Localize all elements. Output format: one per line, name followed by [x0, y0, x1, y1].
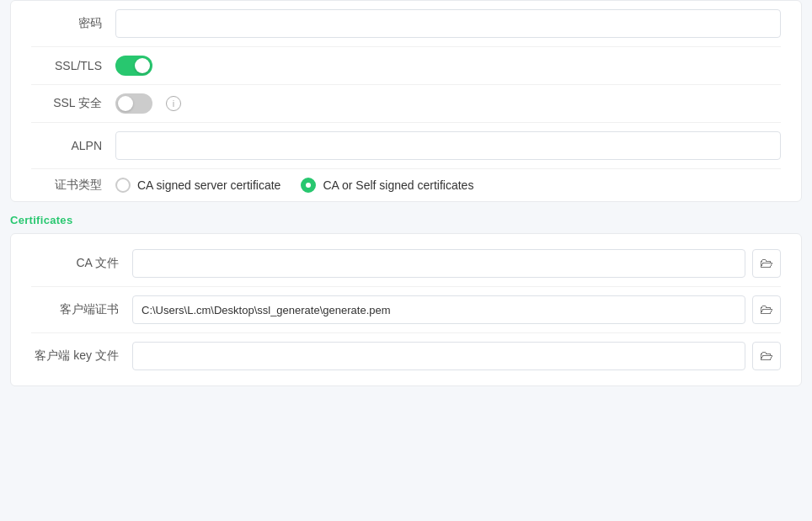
alpn-row: ALPN — [11, 123, 801, 168]
client-key-input[interactable] — [132, 342, 745, 370]
client-cert-folder-icon: 🗁 — [760, 302, 773, 317]
ssl-security-info-icon[interactable]: i — [166, 96, 181, 111]
ssl-security-slider — [115, 93, 152, 114]
ca-file-label: CA 文件 — [31, 256, 132, 271]
client-cert-row: 客户端证书 🗁 — [11, 287, 801, 332]
certificates-card: CA 文件 🗁 客户端证书 🗁 客户端 key 文件 — [10, 233, 802, 386]
ssl-tls-slider — [115, 56, 152, 76]
cert-type-control: CA signed server certificate CA or Self … — [115, 178, 781, 193]
password-input-wrapper — [115, 9, 781, 38]
ssl-tls-row: SSL/TLS — [11, 47, 801, 84]
cert-option-2-label: CA or Self signed certificates — [323, 178, 473, 192]
ssl-security-row: SSL 安全 i — [11, 85, 801, 122]
client-key-row: 客户端 key 文件 🗁 — [11, 333, 801, 379]
ssl-tls-toggle[interactable] — [115, 56, 152, 76]
client-cert-label: 客户端证书 — [31, 302, 132, 317]
ssl-tls-toggle-wrapper — [115, 56, 781, 76]
ca-file-folder-icon: 🗁 — [760, 256, 773, 271]
password-label: 密码 — [31, 16, 115, 31]
cert-type-label: 证书类型 — [31, 178, 115, 193]
cert-option-1-radio — [115, 178, 131, 193]
ssl-tls-label: SSL/TLS — [31, 59, 115, 72]
cert-option-1[interactable]: CA signed server certificate — [115, 178, 280, 193]
ca-file-input[interactable] — [132, 249, 745, 278]
client-cert-input[interactable] — [132, 295, 745, 324]
cert-option-2[interactable]: CA or Self signed certificates — [301, 178, 473, 193]
cert-option-2-radio — [301, 178, 316, 193]
password-row: 密码 — [11, 1, 801, 46]
alpn-input[interactable] — [115, 131, 781, 160]
ssl-security-label: SSL 安全 — [31, 96, 115, 111]
client-cert-folder-button[interactable]: 🗁 — [752, 295, 781, 324]
client-key-label: 客户端 key 文件 — [31, 348, 132, 364]
ca-file-folder-button[interactable]: 🗁 — [752, 249, 781, 278]
ca-file-input-wrapper: 🗁 — [132, 249, 781, 278]
cert-option-1-label: CA signed server certificate — [137, 178, 280, 192]
client-key-folder-button[interactable]: 🗁 — [752, 342, 781, 370]
client-key-folder-icon: 🗁 — [760, 348, 773, 364]
ssl-security-toggle-wrapper: i — [115, 93, 781, 114]
client-cert-input-wrapper: 🗁 — [132, 295, 781, 324]
certificates-section-header: Certificates — [0, 202, 812, 233]
password-input[interactable] — [115, 9, 781, 38]
ssl-security-toggle[interactable] — [115, 93, 152, 114]
ssl-security-control: i — [115, 93, 781, 114]
alpn-input-wrapper — [115, 131, 781, 160]
client-key-input-wrapper: 🗁 — [132, 342, 781, 370]
ssl-tls-control — [115, 56, 781, 76]
cert-type-row: 证书类型 CA signed server certificate CA or … — [11, 169, 801, 201]
ca-file-row: CA 文件 🗁 — [11, 241, 801, 286]
alpn-label: ALPN — [31, 139, 115, 152]
page-wrapper: 密码 SSL/TLS SSL 安全 — [0, 0, 812, 521]
top-settings-card: 密码 SSL/TLS SSL 安全 — [10, 0, 802, 202]
cert-type-radio-group: CA signed server certificate CA or Self … — [115, 178, 781, 193]
